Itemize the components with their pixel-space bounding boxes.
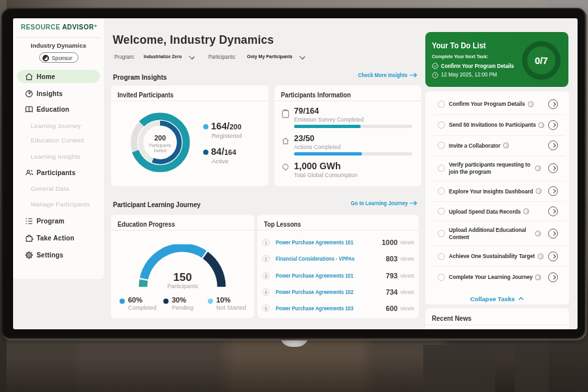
svg-text:Participants: Participants [149, 143, 172, 148]
svg-text:200: 200 [154, 134, 166, 142]
svg-text:Invited: Invited [154, 148, 167, 153]
